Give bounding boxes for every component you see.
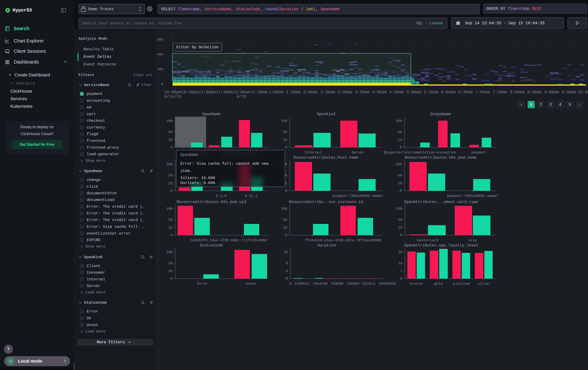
svg-text:Internal: Internal xyxy=(304,150,322,155)
svg-text:0: 0 xyxy=(286,277,288,281)
svg-text:platinum: platinum xyxy=(453,282,470,286)
svg-text:0: 0 xyxy=(400,145,402,150)
svg-text:50: 50 xyxy=(398,130,402,134)
svg-text:0: 0 xyxy=(400,277,402,281)
svg-text:silver: silver xyxy=(478,282,490,286)
svg-text:SpanKind: SpanKind xyxy=(317,112,335,116)
svg-text:4: 4 xyxy=(286,269,288,273)
svg-text:SpanName: SpanName xyxy=(202,112,220,116)
svg-text:0: 0 xyxy=(170,145,173,150)
svg-text:payment-7985c8969c-mwmw7: payment-7985c8969c-mwmw7 xyxy=(447,194,498,198)
svg-text:50: 50 xyxy=(168,174,173,178)
svg-text:703098: 703098 xyxy=(331,282,343,286)
svg-text:Server: Server xyxy=(352,150,364,155)
svg-text:0: 0 xyxy=(170,189,173,193)
svg-text:14: 14 xyxy=(398,261,402,265)
svg-text:bronze: bronze xyxy=(410,282,422,286)
svg-text:50: 50 xyxy=(168,218,173,222)
svg-text:2944180: 2944180 xyxy=(313,282,328,286)
svg-text:SpanAttributes...yment.card_ty: SpanAttributes...yment.card_type xyxy=(404,200,478,204)
svg-text:100: 100 xyxy=(281,119,287,123)
svg-text:50: 50 xyxy=(283,218,287,222)
svg-text:0: 0 xyxy=(289,282,291,286)
svg-text:payment: payment xyxy=(472,150,486,155)
svg-text:28: 28 xyxy=(398,250,402,254)
svg-text:StatusCode: StatusCode xyxy=(200,243,223,248)
svg-text:99930810: 99930810 xyxy=(379,282,396,286)
svg-text:0: 0 xyxy=(285,189,287,193)
svg-text:25: 25 xyxy=(168,226,173,230)
svg-text:ResourceAttributes.host.name: ResourceAttributes.host.name xyxy=(294,155,358,160)
svg-text:mastercard: mastercard xyxy=(417,238,438,242)
svg-text:100: 100 xyxy=(166,162,173,167)
svg-text:@hyperdx/instrumentation-excep: @hyperdx/instrumentation-exception xyxy=(384,150,456,155)
svg-text:100: 100 xyxy=(166,119,173,123)
svg-text:25: 25 xyxy=(398,226,402,230)
svg-text:25: 25 xyxy=(283,138,287,142)
svg-text:0: 0 xyxy=(170,233,173,237)
svg-text:0.1.0: 0.1.0 xyxy=(216,194,227,198)
svg-text:payment-7985c8969c-mwmw7: payment-7985c8969c-mwmw7 xyxy=(333,194,384,198)
svg-text:25: 25 xyxy=(168,269,173,273)
svg-text:100: 100 xyxy=(396,207,402,211)
svg-text:visa: visa xyxy=(468,238,477,242)
svg-text:5e02b5fb-13ae-4296-bbbc-111f42: 5e02b5fb-13ae-4296-bbbc-111f423c460d xyxy=(190,238,267,242)
svg-text:8: 8 xyxy=(286,261,288,265)
svg-text:0: 0 xyxy=(170,277,173,281)
svg-text:25: 25 xyxy=(168,138,173,142)
svg-text:50: 50 xyxy=(283,130,287,134)
svg-text:0.51.1: 0.51.1 xyxy=(245,194,257,198)
svg-text:0: 0 xyxy=(285,145,287,150)
svg-text:ResourceAttributes.k8s.pod.nam: ResourceAttributes.k8s.pod.name xyxy=(405,155,477,160)
svg-text:100: 100 xyxy=(395,119,402,123)
svg-text:50: 50 xyxy=(398,218,402,222)
svg-text:0: 0 xyxy=(400,233,402,237)
svg-text:25: 25 xyxy=(283,226,287,230)
svg-text:50: 50 xyxy=(168,130,173,134)
svg-text:25: 25 xyxy=(168,181,173,185)
svg-text:100: 100 xyxy=(166,207,173,211)
svg-text:100: 100 xyxy=(281,207,287,211)
svg-text:ResourceAttributes.k8s.pod.uid: ResourceAttributes.k8s.pod.uid xyxy=(177,200,246,204)
svg-text:ResourceAttribu..ice.instance.: ResourceAttribu..ice.instance.id xyxy=(289,200,363,204)
svg-text:0: 0 xyxy=(400,189,402,193)
svg-text:50: 50 xyxy=(398,174,402,178)
svg-text:gold: gold xyxy=(434,282,443,286)
svg-text:16: 16 xyxy=(284,250,288,254)
svg-text:Error: Error xyxy=(197,282,208,286)
svg-text:Duration: Duration xyxy=(317,243,336,248)
svg-text:25: 25 xyxy=(398,138,402,142)
svg-text:25: 25 xyxy=(398,181,402,185)
svg-text:7: 7 xyxy=(400,269,402,273)
svg-text:0: 0 xyxy=(285,233,287,237)
svg-text:Unset: Unset xyxy=(246,282,256,286)
svg-text:759483: 759483 xyxy=(346,282,359,286)
svg-text:1198813: 1198813 xyxy=(294,282,309,286)
svg-text:SpanAttributes.app.loyalty.lev: SpanAttributes.app.loyalty.level xyxy=(404,243,478,248)
svg-text:822013: 822013 xyxy=(362,282,375,286)
svg-text:100: 100 xyxy=(166,250,173,254)
svg-text:ScopeName: ScopeName xyxy=(430,112,451,116)
svg-text:50: 50 xyxy=(168,261,173,265)
svg-text:f5344ec9-a1ea-4290-a62a-78f5be: f5344ec9-a1ea-4290-a62a-78f5bee8d90b xyxy=(305,238,382,242)
svg-text:100: 100 xyxy=(395,162,402,167)
